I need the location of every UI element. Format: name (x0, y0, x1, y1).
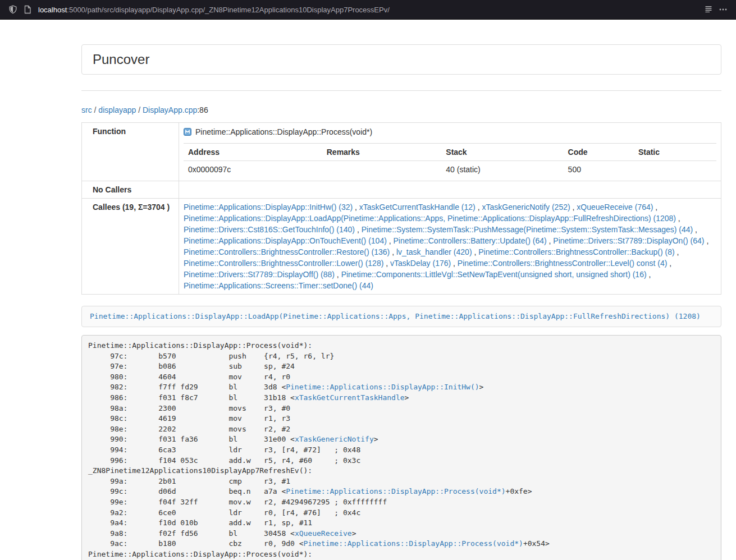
details-value-row: 0x0000097c40 (static)500 (184, 161, 716, 178)
page-icon-glyph (24, 5, 31, 14)
callee-separator: , (335, 270, 341, 279)
details-header-cell: Code (564, 144, 634, 161)
callee-separator: , (547, 236, 554, 245)
callee-link[interactable]: Pinetime::Components::LittleVgl::SetNewT… (341, 270, 647, 279)
details-header-cell: Remarks (322, 144, 442, 161)
highlighted-source-line-box: Pinetime::Applications::DisplayApp::Load… (81, 306, 721, 327)
details-header-cell: Static (634, 144, 716, 161)
callers-row: No Callers (82, 181, 721, 199)
details-header-cell: Address (184, 144, 322, 161)
browser-toolbar: localhost:5000/path/src/displayapp/Displ… (0, 0, 736, 20)
callee-link[interactable]: Pinetime::Controllers::BrightnessControl… (184, 259, 383, 268)
function-signature-line: Pinetime::Applications::DisplayApp::Proc… (184, 126, 716, 140)
code-symbol-link[interactable]: xTaskGenericNotify (295, 435, 374, 443)
callee-separator: , (476, 203, 482, 212)
page-info-icon[interactable] (20, 2, 35, 17)
callee-separator: , (705, 236, 709, 245)
code-symbol-link[interactable]: xTaskGetCurrentTaskHandle (295, 393, 405, 402)
code-symbol-link[interactable]: Pinetime::Applications::DisplayApp::Proc… (304, 539, 523, 548)
url-bar[interactable]: localhost:5000/path/src/displayapp/Displ… (38, 6, 701, 14)
callee-link[interactable]: Pinetime::Applications::DisplayApp::Init… (184, 203, 353, 212)
toolbar-right-actions (701, 2, 730, 17)
details-value-cell (322, 161, 442, 178)
reader-mode-icon[interactable] (701, 2, 716, 17)
page-title: Puncover (93, 52, 710, 67)
callee-separator: , (675, 247, 679, 256)
callee-separator: , (667, 259, 671, 268)
breadcrumb-separator: / (136, 105, 143, 114)
assembly-code-block: Pinetime::Applications::DisplayApp::Proc… (81, 335, 721, 560)
callee-link[interactable]: Pinetime::Drivers::Cst816S::GetTouchInfo… (184, 225, 355, 234)
overflow-menu-icon[interactable] (716, 2, 730, 17)
code-symbol-link[interactable]: Pinetime::Applications::DisplayApp::Proc… (286, 487, 505, 495)
callers-cell (179, 181, 721, 199)
highlighted-callee-link[interactable]: Pinetime::Applications::DisplayApp::Load… (90, 312, 701, 320)
callee-link[interactable]: Pinetime::Drivers::St7789::DisplayOn() (… (553, 236, 704, 245)
callee-link[interactable]: Pinetime::Drivers::St7789::DisplayOff() … (184, 270, 335, 279)
callees-row: Callees (19, Σ=3704 ) Pinetime::Applicat… (82, 199, 721, 295)
breadcrumb: src / displayapp / DisplayApp.cpp:86 (81, 104, 721, 116)
callee-separator: , (451, 259, 458, 268)
details-header-row: AddressRemarksStackCodeStatic (184, 144, 716, 161)
callee-separator: , (472, 247, 479, 256)
app-header-panel: Puncover (81, 44, 721, 75)
callee-separator: , (383, 259, 390, 268)
callee-link[interactable]: lv_task_handler (420) (396, 247, 472, 256)
method-icon (184, 127, 191, 139)
meatball-menu-glyph (719, 5, 728, 14)
breadcrumb-separator: / (92, 105, 99, 114)
code-symbol-link[interactable]: xQueueReceive (295, 529, 352, 538)
breadcrumb-line-number: :86 (197, 105, 208, 114)
browser-window: localhost:5000/path/src/displayapp/Displ… (0, 0, 736, 560)
function-details-table: AddressRemarksStackCodeStatic 0x0000097c… (184, 143, 716, 178)
callee-link[interactable]: xQueueReceive (764) (577, 203, 653, 212)
breadcrumb-link[interactable]: DisplayApp.cpp (143, 105, 197, 114)
function-signature: Pinetime::Applications::DisplayApp::Proc… (195, 127, 372, 136)
callee-link[interactable]: Pinetime::System::SystemTask::PushMessag… (362, 225, 693, 234)
details-header-cell: Stack (441, 144, 563, 161)
callee-link[interactable]: xTaskGetCurrentTaskHandle (12) (359, 203, 476, 212)
url-path: :5000/path/src/displayapp/DisplayApp.cpp… (67, 6, 390, 14)
callees-list: Pinetime::Applications::DisplayApp::Init… (179, 199, 721, 295)
callee-separator: , (570, 203, 577, 212)
url-host: localhost (38, 6, 67, 14)
callee-link[interactable]: Pinetime::Controllers::BrightnessControl… (458, 259, 667, 268)
callee-separator: , (676, 214, 680, 223)
callee-link[interactable]: xTaskGenericNotify (252) (482, 203, 570, 212)
function-row-label: Function (82, 123, 179, 181)
shield-icon-glyph (8, 5, 17, 14)
callee-link[interactable]: Pinetime::Applications::DisplayApp::Load… (184, 214, 676, 223)
callee-link[interactable]: Pinetime::Applications::DisplayApp::OnTo… (184, 236, 387, 245)
page-content: Puncover src / displayapp / DisplayApp.c… (81, 44, 721, 560)
function-table: Function Pinetime::Applications::Display… (81, 122, 721, 295)
reader-icon-glyph (704, 5, 713, 14)
callee-separator: , (693, 225, 697, 234)
breadcrumb-link[interactable]: src (81, 105, 92, 114)
callee-separator: , (387, 236, 394, 245)
details-value-cell: 0x0000097c (184, 161, 322, 178)
callee-link[interactable]: Pinetime::Controllers::Battery::Update()… (394, 236, 547, 245)
callee-link[interactable]: vTaskDelay (176) (390, 259, 451, 268)
callers-row-label: No Callers (82, 181, 179, 199)
code-symbol-link[interactable]: Pinetime::Applications::DisplayApp::Init… (286, 383, 479, 391)
callee-separator: , (647, 270, 651, 279)
callees-row-label: Callees (19, Σ=3704 ) (82, 199, 179, 295)
details-value-cell: 40 (static) (441, 161, 563, 178)
callee-separator: , (353, 203, 359, 212)
header-divider (81, 90, 721, 91)
callee-link[interactable]: Pinetime::Controllers::BrightnessControl… (184, 247, 390, 256)
callee-link[interactable]: Pinetime::Controllers::BrightnessControl… (478, 247, 674, 256)
tracking-protection-shield-icon[interactable] (6, 2, 20, 17)
function-row: Function Pinetime::Applications::Display… (82, 123, 721, 181)
callee-separator: , (390, 247, 396, 256)
breadcrumb-link[interactable]: displayapp (98, 105, 136, 114)
function-cell: Pinetime::Applications::DisplayApp::Proc… (179, 123, 721, 181)
details-value-cell (634, 161, 716, 178)
callee-separator: , (653, 203, 657, 212)
details-value-cell: 500 (564, 161, 634, 178)
callee-separator: , (355, 225, 362, 234)
callee-link[interactable]: Pinetime::Applications::Screens::Timer::… (184, 281, 373, 290)
